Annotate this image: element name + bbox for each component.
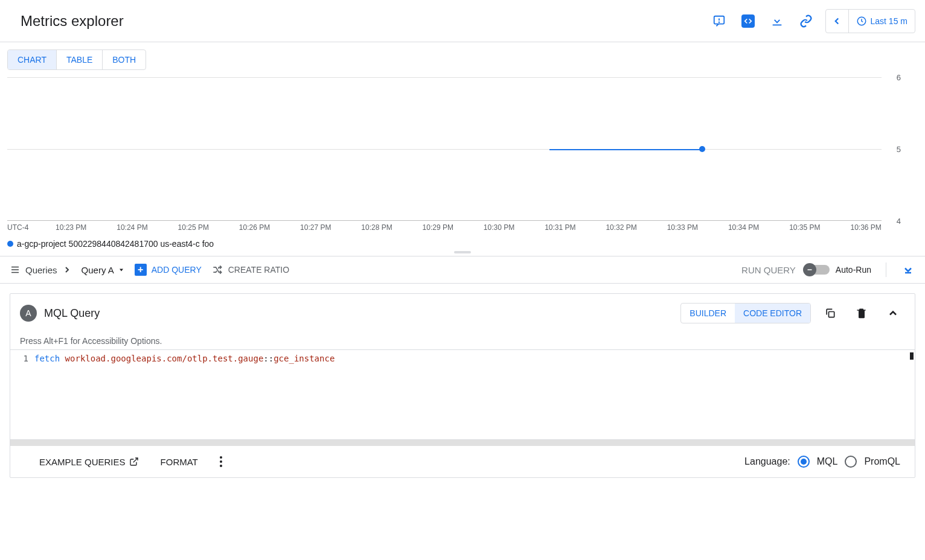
line-number: 1 <box>10 350 34 439</box>
y-tick: 5 <box>897 145 901 154</box>
x-tick: 10:27 PM <box>300 223 331 232</box>
radio-promql[interactable] <box>845 456 857 468</box>
add-query-button[interactable]: + ADD QUERY <box>135 264 202 276</box>
more-options-button[interactable] <box>220 456 222 467</box>
code-content[interactable]: fetch workload.googleapis.com/otlp.test.… <box>34 350 915 439</box>
external-link-icon <box>129 457 139 466</box>
x-tick: 10:25 PM <box>178 223 209 232</box>
shuffle-icon <box>211 264 223 276</box>
svg-line-12 <box>133 458 137 462</box>
x-tick: 10:24 PM <box>117 223 147 232</box>
query-badge: A <box>20 305 37 322</box>
x-tick: 10:33 PM <box>667 223 698 232</box>
panel-footer: EXAMPLE QUERIES FORMAT Language: MQL Pro… <box>10 446 915 477</box>
list-icon <box>10 264 21 275</box>
plus-icon: + <box>135 264 147 276</box>
queries-bar: Queries Query A + ADD QUERY CREATE RATIO… <box>0 256 925 284</box>
svg-rect-3 <box>772 24 781 25</box>
language-selector: Language: MQL PromQL <box>744 456 900 468</box>
x-tick: 10:32 PM <box>606 223 636 232</box>
code-editor-mode-button[interactable]: CODE EDITOR <box>735 304 810 323</box>
svg-rect-11 <box>829 312 834 317</box>
time-range-label[interactable]: Last 15 m <box>849 16 915 27</box>
time-range-selector[interactable]: Last 15 m <box>825 9 915 33</box>
radio-promql-label: PromQL <box>864 456 900 467</box>
x-tick: 10:29 PM <box>423 223 453 232</box>
x-tick: 10:36 PM <box>850 223 881 232</box>
collapse-panel-button[interactable] <box>881 301 905 325</box>
dots-vertical-icon <box>220 456 222 467</box>
chart-line <box>549 149 702 150</box>
format-button[interactable]: FORMAT <box>161 457 198 467</box>
query-selector[interactable]: Query A <box>82 265 125 275</box>
legend-label: a-gcp-project 5002298440842481700 us-eas… <box>17 239 214 249</box>
svg-point-2 <box>719 22 719 22</box>
chart-legend[interactable]: a-gcp-project 5002298440842481700 us-eas… <box>7 239 918 249</box>
tab-table[interactable]: TABLE <box>57 50 103 69</box>
page-title: Metrics explorer <box>21 13 124 30</box>
x-tick: 10:35 PM <box>789 223 820 232</box>
feedback-icon[interactable] <box>705 7 734 36</box>
panel-title: MQL Query <box>44 307 100 320</box>
delete-button[interactable] <box>850 301 874 325</box>
link-icon[interactable] <box>792 7 821 36</box>
clock-icon <box>856 16 867 27</box>
chart-point[interactable] <box>699 146 705 152</box>
chart-plot[interactable]: 6 5 4 <box>7 77 882 221</box>
view-tabs: CHART TABLE BOTH <box>7 49 146 70</box>
chevron-down-icon <box>118 266 125 273</box>
code-icon[interactable] <box>734 7 763 36</box>
mode-toggle: BUILDER CODE EDITOR <box>680 303 811 323</box>
tab-both[interactable]: BOTH <box>103 50 146 69</box>
run-query-button[interactable]: RUN QUERY <box>741 265 796 275</box>
x-tick: 10:23 PM <box>56 223 86 232</box>
download-icon[interactable] <box>763 7 792 36</box>
accessibility-hint: Press Alt+F1 for Accessibility Options. <box>10 332 915 349</box>
query-panel: A MQL Query BUILDER CODE EDITOR Press Al… <box>10 293 915 478</box>
svg-marker-8 <box>120 269 123 272</box>
collapse-button[interactable] <box>901 262 915 277</box>
code-editor[interactable]: 1 fetch workload.googleapis.com/otlp.tes… <box>10 349 915 440</box>
time-range-back-button[interactable] <box>826 10 849 33</box>
y-tick: 4 <box>897 217 901 226</box>
header: Metrics explorer Last 15 m <box>0 0 925 42</box>
y-tick: 6 <box>897 73 901 82</box>
x-tick: 10:31 PM <box>545 223 575 232</box>
x-axis-labels: 10:23 PM 10:24 PM 10:25 PM 10:26 PM 10:2… <box>7 223 882 232</box>
create-ratio-button[interactable]: CREATE RATIO <box>211 264 289 276</box>
x-tick: 10:30 PM <box>484 223 514 232</box>
queries-label[interactable]: Queries <box>10 264 72 275</box>
legend-color-dot <box>7 241 13 247</box>
chart-area: 6 5 4 UTC-4 10:23 PM 10:24 PM 10:25 PM 1… <box>7 77 918 234</box>
panel-header: A MQL Query BUILDER CODE EDITOR <box>10 294 915 332</box>
radio-mql-label: MQL <box>817 456 838 467</box>
x-tick: 10:26 PM <box>239 223 270 232</box>
x-tick: 10:28 PM <box>361 223 392 232</box>
x-tick: 10:34 PM <box>728 223 759 232</box>
resize-handle[interactable] <box>0 249 925 256</box>
chevron-right-icon <box>62 265 72 275</box>
tab-chart[interactable]: CHART <box>8 50 57 69</box>
radio-mql[interactable] <box>798 456 810 468</box>
language-label: Language: <box>744 456 790 467</box>
cursor-indicator <box>910 352 914 360</box>
auto-run-toggle[interactable]: Auto-Run <box>805 265 871 275</box>
copy-button[interactable] <box>818 301 842 325</box>
builder-mode-button[interactable]: BUILDER <box>681 304 735 323</box>
header-actions: Last 15 m <box>705 7 915 36</box>
horizontal-scrollbar[interactable] <box>10 440 915 446</box>
example-queries-button[interactable]: EXAMPLE QUERIES <box>39 457 139 467</box>
